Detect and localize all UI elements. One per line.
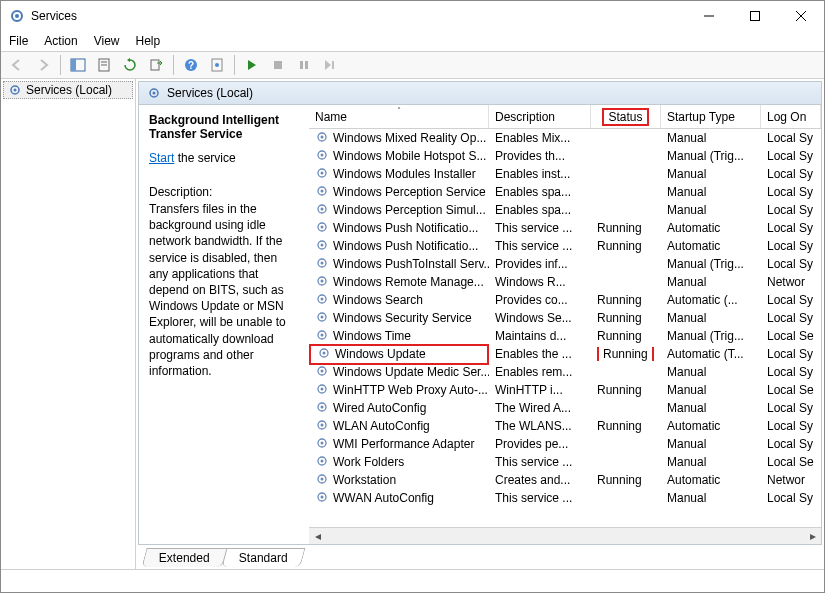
service-name: Windows Modules Installer <box>333 167 476 181</box>
gear-icon <box>315 202 329 219</box>
service-row[interactable]: Windows UpdateEnables the ...RunningAuto… <box>309 345 821 363</box>
service-description: The WLANS... <box>489 419 591 433</box>
start-service-button[interactable] <box>240 53 264 77</box>
close-button[interactable] <box>778 1 824 31</box>
service-name: Windows Perception Simul... <box>333 203 486 217</box>
maximize-button[interactable] <box>732 1 778 31</box>
start-link[interactable]: Start <box>149 151 174 165</box>
column-header-description[interactable]: Description <box>489 105 591 128</box>
gear-icon <box>315 454 329 471</box>
service-row[interactable]: Windows Mixed Reality Op...Enables Mix..… <box>309 129 821 147</box>
properties-icon <box>97 58 111 72</box>
tab-standard[interactable]: Standard <box>221 548 305 567</box>
column-header-startup[interactable]: Startup Type <box>661 105 761 128</box>
service-logon: Local Sy <box>761 365 821 379</box>
start-service-line: Start the service <box>149 151 299 165</box>
service-row[interactable]: Windows Update Medic Ser...Enables rem..… <box>309 363 821 381</box>
svg-point-29 <box>321 171 324 174</box>
service-name: Windows Time <box>333 329 411 343</box>
show-hide-tree-button[interactable] <box>66 53 90 77</box>
details-pane: Services (Local) Background Intelligent … <box>138 81 822 567</box>
forward-button[interactable] <box>31 53 55 77</box>
menu-file[interactable]: File <box>9 34 28 48</box>
svg-point-55 <box>321 405 324 408</box>
gear-icon <box>315 238 329 255</box>
menu-action[interactable]: Action <box>44 34 77 48</box>
service-row[interactable]: Windows Perception ServiceEnables spa...… <box>309 183 821 201</box>
service-row[interactable]: Windows SearchProvides co...RunningAutom… <box>309 291 821 309</box>
scroll-left-icon[interactable]: ◂ <box>309 528 326 545</box>
service-row[interactable]: WMI Performance AdapterProvides pe...Man… <box>309 435 821 453</box>
gear-icon <box>315 274 329 291</box>
menu-view[interactable]: View <box>94 34 120 48</box>
arrow-right-icon <box>36 58 50 72</box>
maximize-icon <box>750 11 760 21</box>
service-description: Windows Se... <box>489 311 591 325</box>
service-description: Enables spa... <box>489 185 591 199</box>
svg-rect-11 <box>151 60 159 70</box>
svg-point-37 <box>321 243 324 246</box>
back-button[interactable] <box>5 53 29 77</box>
svg-point-31 <box>321 189 324 192</box>
tree-item-services-local[interactable]: Services (Local) <box>3 81 133 99</box>
minimize-button[interactable] <box>686 1 732 31</box>
service-row[interactable]: Windows Modules InstallerEnables inst...… <box>309 165 821 183</box>
service-row[interactable]: Work FoldersThis service ...ManualLocal … <box>309 453 821 471</box>
service-row[interactable]: WinHTTP Web Proxy Auto-...WinHTTP i...Ru… <box>309 381 821 399</box>
svg-point-15 <box>215 63 219 67</box>
minimize-icon <box>704 11 714 21</box>
service-startup: Automatic <box>661 473 761 487</box>
about-button[interactable] <box>205 53 229 77</box>
service-row[interactable]: Windows Push Notificatio...This service … <box>309 219 821 237</box>
service-description: This service ... <box>489 239 591 253</box>
svg-rect-3 <box>751 12 760 21</box>
service-startup: Manual <box>661 491 761 505</box>
column-header-row: Name˄ Description Status Startup Type Lo… <box>309 105 821 129</box>
service-row[interactable]: Windows Remote Manage...Windows R...Manu… <box>309 273 821 291</box>
service-row[interactable]: WWAN AutoConfigThis service ...ManualLoc… <box>309 489 821 507</box>
stop-service-button[interactable] <box>266 53 290 77</box>
svg-text:?: ? <box>188 60 194 71</box>
svg-point-47 <box>321 333 324 336</box>
service-status: Running <box>591 419 661 433</box>
service-logon: Local Se <box>761 329 821 343</box>
export-button[interactable] <box>144 53 168 77</box>
svg-point-33 <box>321 207 324 210</box>
service-logon: Local Sy <box>761 437 821 451</box>
service-name: Windows Update <box>335 347 426 361</box>
restart-service-button[interactable] <box>318 53 342 77</box>
pane-icon <box>70 58 86 72</box>
service-row[interactable]: Windows TimeMaintains d...RunningManual … <box>309 327 821 345</box>
service-logon: Networ <box>761 275 821 289</box>
tab-extended[interactable]: Extended <box>141 548 227 567</box>
menu-help[interactable]: Help <box>136 34 161 48</box>
properties-button[interactable] <box>92 53 116 77</box>
service-logon: Local Se <box>761 455 821 469</box>
service-status: Running <box>591 293 661 307</box>
scroll-right-icon[interactable]: ▸ <box>804 528 821 545</box>
service-row[interactable]: Windows Push Notificatio...This service … <box>309 237 821 255</box>
service-description: Windows R... <box>489 275 591 289</box>
service-row[interactable]: Windows Security ServiceWindows Se...Run… <box>309 309 821 327</box>
service-row[interactable]: WLAN AutoConfigThe WLANS...RunningAutoma… <box>309 417 821 435</box>
service-list-pane: Name˄ Description Status Startup Type Lo… <box>309 105 821 544</box>
service-row[interactable]: Windows PushToInstall Serv...Provides in… <box>309 255 821 273</box>
gear-icon <box>147 86 161 100</box>
service-row[interactable]: WorkstationCreates and...RunningAutomati… <box>309 471 821 489</box>
gear-icon <box>315 130 329 147</box>
gear-icon <box>315 400 329 417</box>
service-row[interactable]: Windows Mobile Hotspot S...Provides th..… <box>309 147 821 165</box>
column-header-name[interactable]: Name˄ <box>309 105 489 128</box>
pause-service-button[interactable] <box>292 53 316 77</box>
service-description: Creates and... <box>489 473 591 487</box>
window-title: Services <box>31 9 686 23</box>
refresh-button[interactable] <box>118 53 142 77</box>
service-row[interactable]: Windows Perception Simul...Enables spa..… <box>309 201 821 219</box>
gear-icon <box>315 148 329 165</box>
service-row[interactable]: Wired AutoConfigThe Wired A...ManualLoca… <box>309 399 821 417</box>
pause-icon <box>298 59 310 71</box>
column-header-status[interactable]: Status <box>591 105 661 128</box>
column-header-logon[interactable]: Log On <box>761 105 821 128</box>
horizontal-scrollbar[interactable]: ◂ ▸ <box>309 527 821 544</box>
help-button[interactable]: ? <box>179 53 203 77</box>
